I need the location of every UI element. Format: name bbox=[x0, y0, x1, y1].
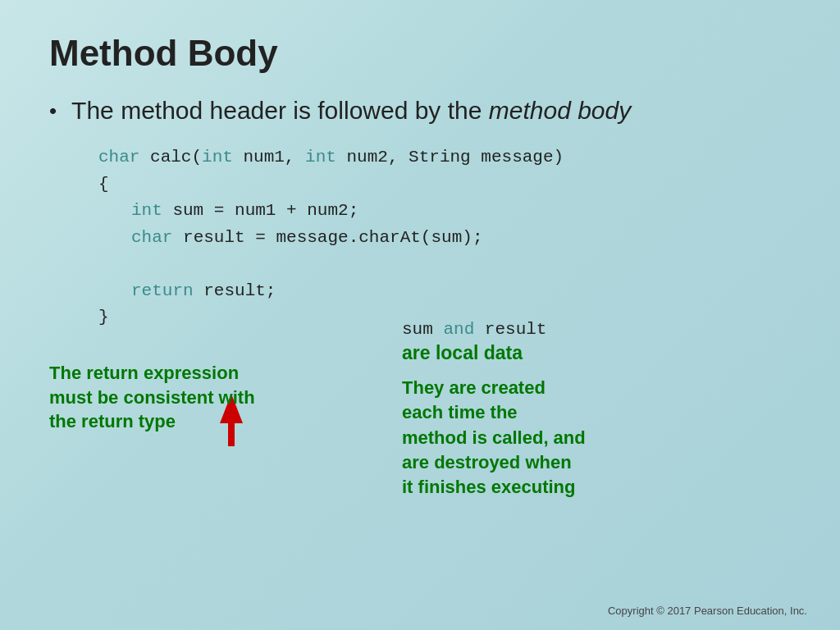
annotation-right: sum and result are local data They are c… bbox=[402, 320, 755, 500]
keyword-int-1: int bbox=[202, 148, 233, 167]
slide-title: Method Body bbox=[49, 33, 791, 74]
keyword-char-1: char bbox=[98, 148, 139, 167]
code-line-5 bbox=[98, 251, 791, 278]
code-block: char calc(int num1, int num2, String mes… bbox=[98, 144, 791, 331]
code-line-1: char calc(int num1, int num2, String mes… bbox=[98, 144, 791, 171]
code-line-4: char result = message.charAt(sum); bbox=[98, 225, 791, 252]
annotation-right-title: sum and result bbox=[402, 320, 755, 339]
code-line-6: return result; bbox=[98, 278, 791, 305]
keyword-char-2: char bbox=[131, 228, 172, 247]
bullet-dot: • bbox=[49, 98, 57, 124]
bullet-text: The method header is followed by the met… bbox=[71, 97, 631, 125]
annotation-right-bold: are local data bbox=[402, 342, 755, 364]
annotation-left: The return expression must be consistent… bbox=[49, 361, 287, 434]
annotation-right-body: They are created each time the method is… bbox=[402, 376, 755, 500]
keyword-return: return bbox=[131, 281, 194, 300]
code-line-3: int sum = num1 + num2; bbox=[98, 198, 791, 225]
keyword-int-3: int bbox=[131, 201, 162, 220]
copyright: Copyright © 2017 Pearson Education, Inc. bbox=[608, 605, 807, 617]
keyword-int-2: int bbox=[305, 148, 336, 167]
annotation-left-text: The return expression must be consistent… bbox=[49, 361, 287, 434]
code-line-2: { bbox=[98, 171, 791, 199]
slide: Method Body • The method header is follo… bbox=[0, 0, 840, 630]
bullet-point: • The method header is followed by the m… bbox=[49, 97, 791, 125]
